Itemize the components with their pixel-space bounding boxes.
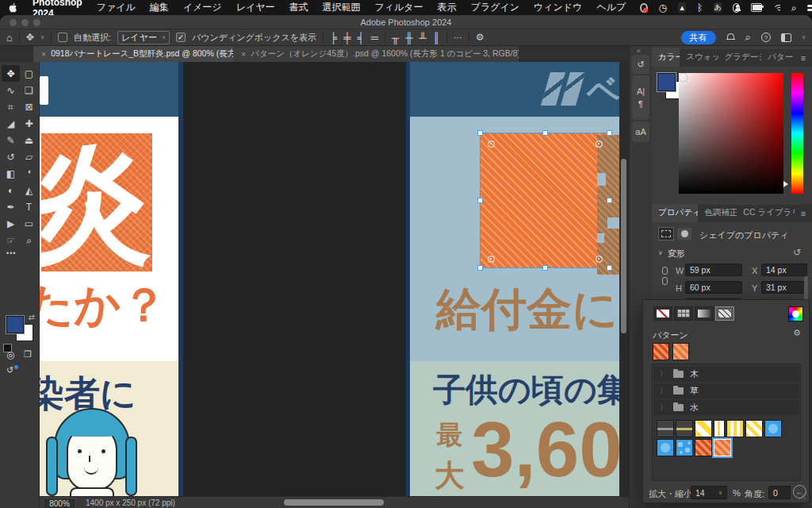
spotlight-search-icon[interactable]: ⌕ (791, 2, 797, 13)
menu-filter[interactable]: フィルター (374, 1, 423, 14)
pattern-folder-water[interactable]: 〉 水 (653, 400, 799, 415)
menu-edit[interactable]: 編集 (150, 1, 169, 14)
vertical-scrollbar[interactable] (619, 62, 629, 496)
transform-handle-se[interactable] (607, 265, 612, 271)
eyedropper-tool[interactable]: ◢ (2, 115, 20, 132)
menu-select[interactable]: 選択範囲 (322, 1, 360, 14)
width-field[interactable]: 59 px (685, 264, 742, 276)
share-button[interactable]: 共有 (681, 31, 716, 44)
pattern-swatch-blue-circle[interactable] (764, 420, 782, 437)
x-field[interactable]: 14 px (761, 264, 807, 276)
pattern-swatch-yellow-stripes[interactable] (726, 420, 744, 437)
mask-properties-icon[interactable] (676, 227, 692, 241)
pen-tool[interactable]: ✒ (2, 198, 20, 215)
bounding-box-checkbox[interactable]: ✓ (176, 33, 186, 42)
align-bottom-icon[interactable]: ╨ (419, 32, 426, 44)
recent-pattern-swatch[interactable] (653, 343, 669, 360)
tab-patterns[interactable]: パターン (761, 48, 795, 67)
menu-plugins[interactable]: プラグイン (471, 1, 519, 14)
corner-radius-widget-sw[interactable] (488, 256, 495, 263)
path-selection-tool[interactable]: ▶ (2, 215, 20, 232)
recent-pattern-swatch[interactable] (672, 343, 689, 360)
chevron-down-icon[interactable]: ∨ (802, 34, 806, 40)
transform-handle-nw[interactable] (477, 130, 483, 136)
screen-mode-icon[interactable]: ❐ (24, 349, 32, 360)
object-selection-tool[interactable]: ❏ (20, 82, 38, 98)
screen-record-icon[interactable] (640, 3, 647, 13)
color-picker-button[interactable] (788, 306, 803, 321)
apple-logo-icon[interactable] (8, 2, 18, 13)
pattern-swatch-orange-diagonal-selected[interactable] (714, 439, 731, 456)
brush-tool[interactable]: ✎ (2, 132, 20, 148)
hue-slider[interactable] (791, 73, 803, 194)
doc-tab-inactive[interactable]: × パターン（オレンジ45度）.psd @ 1600% (長方形 1 のコピー … (233, 46, 519, 62)
gradient-tool[interactable]: ◧ (2, 165, 20, 182)
help-icon[interactable]: ? (761, 33, 771, 42)
edit-toolbar-icon[interactable]: ••• (6, 249, 16, 257)
color-picker-cursor[interactable] (680, 74, 687, 81)
menu-type[interactable]: 書式 (289, 1, 308, 14)
horizontal-scrollbar-thumb[interactable] (284, 499, 384, 506)
quick-mask-icon[interactable]: ◎ (6, 349, 14, 360)
corner-radius-widget-se[interactable] (596, 256, 603, 263)
menu-window[interactable]: ウィンドウ (534, 1, 582, 14)
transform-handle-s[interactable] (542, 265, 548, 271)
transform-handle-w[interactable] (477, 198, 483, 203)
tab-cc-libraries[interactable]: CC ライブラリ (737, 204, 795, 222)
transform-handle-e[interactable] (607, 198, 612, 203)
pattern-angle-field[interactable]: 0 (768, 486, 791, 499)
move-tool-option-icon[interactable]: ✥ (26, 32, 34, 43)
y-field[interactable]: 31 px (761, 281, 807, 294)
pattern-folder-grass[interactable]: 〉 草 (653, 383, 799, 398)
vertical-scrollbar-thumb[interactable] (621, 159, 626, 333)
crop-tool[interactable]: ⌗ (2, 98, 20, 115)
battery-icon[interactable] (751, 3, 762, 12)
status-chevron-icon[interactable]: 〉 (170, 498, 178, 508)
fill-pattern-button[interactable] (715, 306, 734, 321)
history-brush-tool[interactable]: ↺ (2, 148, 20, 165)
foreground-background-colors[interactable]: ⇄ (5, 314, 35, 346)
eraser-tool[interactable]: ▱ (20, 148, 38, 165)
height-field[interactable]: 60 px (685, 281, 742, 294)
hand-tool[interactable]: ☞ (2, 232, 20, 248)
align-left-icon[interactable]: ╞ (330, 32, 337, 44)
tab-adjustments[interactable]: 色調補正 (698, 204, 737, 222)
search-icon[interactable]: ⌕ (745, 31, 751, 44)
wifi-icon[interactable] (773, 4, 780, 12)
more-align-options-icon[interactable]: ⋯ (454, 33, 462, 43)
tab-swatches[interactable]: スウォッチ (680, 48, 718, 67)
close-icon[interactable]: × (41, 49, 46, 59)
pattern-swatch-blue-polka[interactable] (676, 439, 693, 456)
panel-menu-icon[interactable]: ≡ (795, 50, 812, 67)
corner-radius-widget-nw[interactable] (488, 140, 495, 148)
panel-menu-icon[interactable]: ≡ (795, 206, 812, 222)
marquee-tool[interactable]: ▢ (20, 65, 38, 82)
pattern-folder-wood[interactable]: 〉 木 (653, 367, 799, 382)
menu-view[interactable]: 表示 (438, 1, 457, 14)
saturation-brightness-field[interactable] (679, 73, 783, 194)
input-source-icon[interactable]: あ (714, 2, 722, 13)
bluetooth-icon[interactable]: ᛒ (697, 2, 703, 13)
fill-gradient-button[interactable] (695, 306, 714, 321)
character-panel-icon[interactable]: A| (637, 87, 645, 96)
menu-layer[interactable]: レイヤー (236, 1, 275, 14)
section-collapse-icon[interactable]: ∨ (658, 249, 663, 256)
home-icon[interactable]: ⌂ (6, 32, 13, 44)
zoom-tool[interactable]: ⌕ (20, 232, 38, 248)
healing-brush-tool[interactable]: ✚ (20, 115, 38, 132)
blur-tool[interactable]: ❛ (18, 163, 40, 183)
pattern-swatch-line-yellow[interactable] (676, 420, 693, 437)
document-view-right[interactable]: ベ 給付金に 子供の頃の集 最 大 3,600 (406, 62, 619, 496)
notifications-bell-icon[interactable] (726, 33, 735, 42)
hue-slider-pointer[interactable] (783, 181, 788, 187)
pattern-swatch-line-gray[interactable] (657, 420, 674, 437)
align-middle-icon[interactable]: ╫ (405, 32, 412, 44)
tab-color[interactable]: カラー (652, 48, 680, 67)
cc-app-icon[interactable]: ▲ (678, 2, 686, 13)
corner-radius-widget-ne[interactable] (596, 140, 603, 148)
close-icon[interactable]: × (241, 49, 246, 59)
reset-transform-icon[interactable]: ↺ (793, 247, 801, 258)
swap-colors-icon[interactable]: ⇄ (29, 313, 35, 321)
workspace-switcher-icon[interactable] (781, 33, 791, 42)
history-panel-button[interactable]: ↺ (632, 55, 649, 74)
